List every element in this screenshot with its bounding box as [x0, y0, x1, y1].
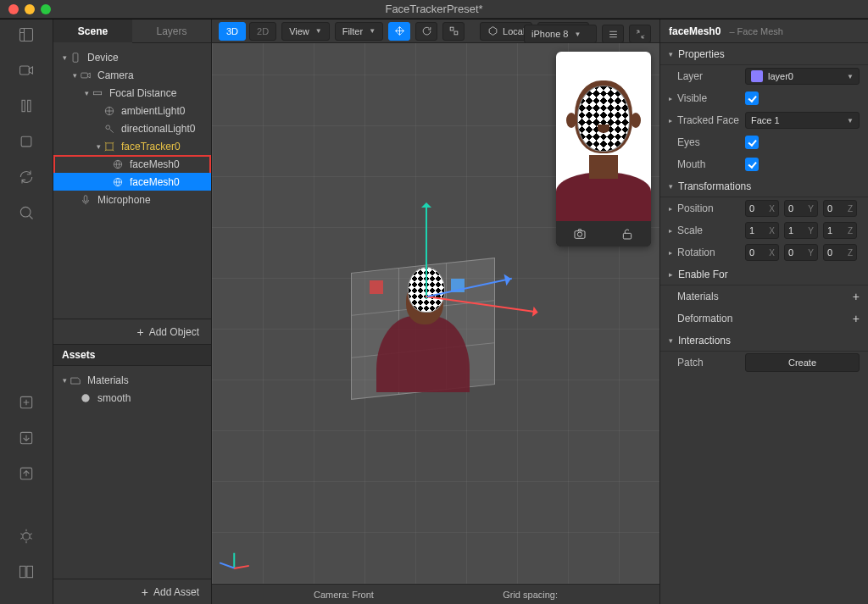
device-preview — [556, 52, 651, 247]
add-square-icon[interactable] — [18, 394, 35, 411]
import-icon[interactable] — [18, 429, 35, 446]
svg-point-9 — [23, 533, 30, 540]
scale-x-input[interactable]: 1X — [745, 222, 779, 239]
add-deformation-button[interactable]: + — [853, 312, 860, 325]
pause-icon[interactable] — [18, 97, 35, 114]
device-expand-button[interactable] — [629, 25, 651, 43]
inspector-title: faceMesh0 — [669, 25, 721, 37]
assets-smooth[interactable]: smooth — [53, 389, 211, 407]
device-list-button[interactable] — [602, 25, 624, 43]
rotate-tool-button[interactable] — [415, 22, 437, 41]
assets-materials[interactable]: ▾Materials — [53, 371, 211, 389]
video-icon[interactable] — [18, 62, 35, 79]
titlebar: FaceTrackerPreset* — [0, 0, 868, 19]
search-icon[interactable] — [18, 204, 35, 221]
assets-header: Assets — [53, 344, 211, 366]
assets-label: smooth — [97, 392, 131, 404]
stop-icon[interactable] — [18, 133, 35, 150]
viewport-toolbar: 3D 2D View▼ Filter▼ Local Pivot iPhone 8… — [212, 19, 659, 43]
position-x-input[interactable]: 0X — [745, 200, 779, 217]
hierarchy-directional[interactable]: directionalLight0 — [53, 119, 211, 137]
layout-icon[interactable] — [18, 26, 35, 43]
scale-z-input[interactable]: 1Z — [823, 222, 857, 239]
svg-rect-28 — [623, 233, 631, 239]
section-transformations[interactable]: ▾Transformations — [660, 175, 868, 197]
eyes-checkbox[interactable] — [745, 136, 759, 149]
svg-rect-20 — [84, 195, 87, 201]
prop-eyes-label: Eyes — [677, 136, 745, 148]
scale-y-input[interactable]: 1Y — [784, 222, 818, 239]
add-object-label: Add Object — [149, 326, 199, 338]
facemesh-overlay-icon — [577, 86, 630, 152]
svg-rect-23 — [454, 31, 458, 35]
hierarchy-ambient[interactable]: ambientLight0 — [53, 102, 211, 119]
section-properties[interactable]: ▾Properties — [660, 43, 868, 65]
assets-label: Materials — [87, 374, 129, 386]
svg-rect-17 — [106, 142, 113, 149]
assets-tree: ▾Materials smooth — [53, 366, 211, 579]
svg-rect-4 — [21, 136, 31, 147]
position-y-input[interactable]: 0Y — [784, 200, 818, 217]
svg-rect-14 — [93, 91, 101, 95]
tracked-face-select[interactable]: Face 1▼ — [745, 112, 860, 129]
prop-visible-label: Visible — [677, 92, 745, 104]
hierarchy-focal[interactable]: ▾Focal Distance — [53, 84, 211, 102]
filter-dropdown[interactable]: Filter▼ — [335, 22, 383, 41]
mouth-checkbox[interactable] — [745, 158, 759, 171]
hierarchy-facemesh0-a[interactable]: faceMesh0 — [53, 155, 211, 173]
hierarchy-label: faceTracker0 — [121, 141, 181, 152]
hierarchy-facetracker[interactable]: ▾faceTracker0 — [53, 137, 211, 155]
view-2d-button[interactable]: 2D — [249, 22, 276, 41]
section-interactions[interactable]: ▾Interactions — [660, 330, 868, 352]
axis-y-icon — [426, 206, 427, 299]
visible-checkbox[interactable] — [745, 91, 759, 105]
create-patch-button[interactable]: Create — [745, 353, 860, 372]
unlock-icon[interactable] — [620, 227, 634, 241]
prop-position-label: Position — [677, 202, 745, 214]
hierarchy-label: faceMesh0 — [130, 176, 180, 188]
svg-rect-22 — [450, 27, 453, 30]
bug-icon[interactable] — [18, 528, 35, 545]
camera-capture-icon[interactable] — [573, 227, 587, 241]
library-icon[interactable] — [18, 563, 35, 580]
svg-rect-12 — [73, 53, 78, 62]
svg-rect-3 — [28, 100, 31, 111]
scene-gizmo — [326, 214, 546, 435]
section-enable-for[interactable]: ▸Enable For — [660, 263, 868, 285]
rotation-x-input[interactable]: 0X — [745, 244, 779, 261]
scale-tool-button[interactable] — [442, 22, 465, 41]
tab-layers[interactable]: Layers — [132, 19, 211, 42]
move-tool-button[interactable] — [388, 22, 410, 41]
tool-rail — [0, 19, 53, 604]
viewport-stage[interactable] — [212, 43, 659, 584]
device-selector[interactable]: iPhone 8▼ — [524, 25, 597, 43]
hierarchy-facemesh0-b[interactable]: faceMesh0 — [53, 173, 211, 191]
row-deformation[interactable]: Deformation+ — [660, 308, 868, 330]
inspector-subtitle: – Face Mesh — [729, 26, 783, 36]
prop-patch-label: Patch — [677, 357, 745, 368]
hierarchy-device[interactable]: ▾Device — [53, 48, 211, 66]
add-object-button[interactable]: +Add Object — [53, 319, 211, 344]
position-z-input[interactable]: 0Z — [823, 200, 857, 217]
add-asset-button[interactable]: +Add Asset — [53, 579, 211, 604]
hierarchy-camera[interactable]: ▾Camera — [53, 66, 211, 84]
rotation-z-input[interactable]: 0Z — [823, 244, 857, 261]
svg-rect-13 — [81, 73, 88, 78]
scene-panel: Scene Layers ▾Device ▾Camera ▾Focal Dist… — [53, 19, 212, 604]
upload-icon[interactable] — [18, 465, 35, 482]
view-dropdown[interactable]: View▼ — [281, 22, 330, 41]
add-material-button[interactable]: + — [853, 290, 860, 303]
rotation-y-input[interactable]: 0Y — [784, 244, 818, 261]
svg-point-21 — [81, 394, 89, 402]
refresh-icon[interactable] — [18, 169, 35, 186]
prop-tracked-label: Tracked Face — [677, 114, 745, 126]
view-3d-button[interactable]: 3D — [219, 22, 246, 41]
hierarchy-microphone[interactable]: Microphone — [53, 191, 211, 208]
add-asset-label: Add Asset — [153, 586, 199, 598]
layer-select[interactable]: layer0▼ — [745, 68, 860, 85]
svg-rect-11 — [27, 566, 33, 577]
hierarchy-label: directionalLight0 — [121, 123, 195, 135]
tab-scene[interactable]: Scene — [53, 19, 132, 43]
hierarchy-label: ambientLight0 — [121, 105, 185, 117]
row-materials[interactable]: Materials+ — [660, 285, 868, 308]
